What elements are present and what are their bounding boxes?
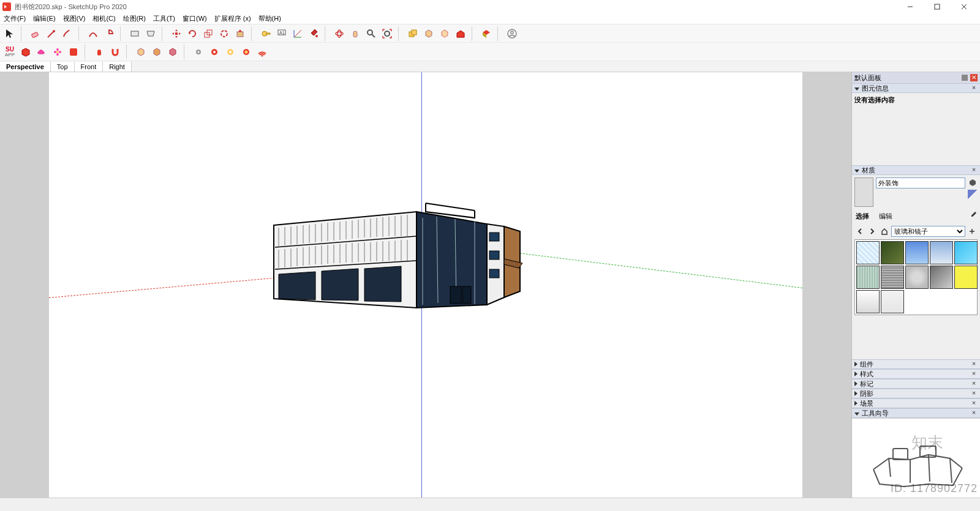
3d-warehouse-icon[interactable]: [453, 26, 468, 41]
text-tool-icon[interactable]: A1: [274, 26, 289, 41]
menu-help[interactable]: 帮助(H): [257, 14, 282, 23]
extension-warehouse-icon[interactable]: [479, 26, 494, 41]
materials-eyedropper-icon[interactable]: [969, 211, 978, 223]
make-group-icon[interactable]: [405, 26, 420, 41]
panel-styles-close-icon[interactable]: ×: [970, 370, 978, 378]
panel-scenes-close-icon[interactable]: ×: [970, 400, 978, 407]
menu-edit[interactable]: 编辑(E): [32, 14, 57, 23]
panel-entity-info-header[interactable]: 图元信息 ×: [852, 83, 980, 93]
arc-tool-icon[interactable]: [86, 26, 100, 41]
materials-home-icon[interactable]: [879, 226, 890, 237]
menu-window[interactable]: 窗口(W): [181, 14, 208, 23]
panel-scenes-header[interactable]: 场景×: [852, 398, 980, 408]
rectangle-tool-icon[interactable]: [127, 26, 142, 41]
scene-tab-right[interactable]: Right: [103, 62, 132, 72]
materials-tab-edit[interactable]: 编辑: [878, 211, 894, 223]
plugin-donut-icon[interactable]: [223, 45, 238, 59]
plugin-cube-c-icon[interactable]: [165, 45, 180, 59]
plugin-package-icon[interactable]: [18, 45, 33, 59]
menu-draw[interactable]: 绘图(R): [122, 14, 147, 23]
material-swatch[interactable]: [930, 266, 953, 289]
plugin-flower-icon[interactable]: [50, 45, 65, 59]
panel-instructor-close-icon[interactable]: ×: [970, 409, 978, 417]
window-close-button[interactable]: [951, 0, 978, 13]
scale-tool-icon[interactable]: [201, 26, 216, 41]
plugin-hand-icon[interactable]: [92, 45, 107, 59]
scene-tab-perspective[interactable]: Perspective: [0, 62, 51, 72]
panel-entity-info-close-icon[interactable]: ×: [970, 84, 978, 92]
tray-close-icon[interactable]: ✕: [970, 74, 978, 81]
viewport-canvas[interactable]: [49, 72, 802, 498]
menu-camera[interactable]: 相机(C): [91, 14, 116, 23]
scene-tab-top[interactable]: Top: [51, 62, 75, 72]
material-swatch[interactable]: [881, 290, 904, 313]
material-swatch[interactable]: [905, 266, 929, 289]
materials-library-select[interactable]: 玻璃和镜子: [891, 226, 965, 237]
materials-details-icon[interactable]: [967, 226, 978, 237]
material-swatch[interactable]: [856, 266, 880, 289]
make-component-icon[interactable]: [421, 26, 436, 41]
material-swatch[interactable]: [856, 290, 880, 313]
material-swatch[interactable]: [930, 241, 953, 264]
zoom-tool-icon[interactable]: [364, 26, 379, 41]
material-swatch[interactable]: [856, 241, 880, 264]
material-preview-swatch[interactable]: [854, 177, 873, 207]
panel-styles-header[interactable]: 样式×: [852, 369, 980, 379]
menu-file[interactable]: 文件(F): [2, 14, 27, 23]
eraser-tool-icon[interactable]: [28, 26, 43, 41]
tray-pushpin-icon[interactable]: [962, 75, 968, 81]
materials-nav-back-icon[interactable]: [854, 226, 865, 237]
menu-view[interactable]: 视图(V): [62, 14, 87, 23]
materials-nav-forward-icon[interactable]: [867, 226, 878, 237]
plugin-wifi-icon[interactable]: [255, 45, 270, 59]
material-swatch[interactable]: [881, 241, 904, 264]
panel-components-header[interactable]: 组件×: [852, 359, 980, 369]
3d-viewport[interactable]: [0, 72, 851, 498]
material-create-icon[interactable]: [968, 177, 978, 187]
menu-extensions[interactable]: 扩展程序 (x): [213, 14, 252, 23]
material-default-colors-icon[interactable]: [968, 190, 978, 200]
panel-tags-close-icon[interactable]: ×: [970, 380, 978, 387]
panel-instructor-header[interactable]: 工具向导×: [852, 408, 980, 418]
material-swatch[interactable]: [954, 241, 978, 264]
plugin-redgear-icon[interactable]: [207, 45, 222, 59]
circle-tool-icon[interactable]: [143, 26, 158, 41]
move-tool-icon[interactable]: [169, 26, 184, 41]
plugin-red-donut-icon[interactable]: [239, 45, 254, 59]
plugin-redbox-icon[interactable]: [66, 45, 81, 59]
panel-materials-close-icon[interactable]: ×: [970, 166, 978, 174]
materials-tab-select[interactable]: 选择: [854, 211, 870, 223]
plugin-cloud-icon[interactable]: [34, 45, 49, 59]
plugin-magnet-icon[interactable]: [108, 45, 123, 59]
line-tool-icon[interactable]: [44, 26, 59, 41]
freehand-tool-icon[interactable]: [60, 26, 75, 41]
zoom-extents-tool-icon[interactable]: [380, 26, 394, 41]
scene-tab-front[interactable]: Front: [75, 62, 104, 72]
tape-tool-icon[interactable]: [258, 26, 273, 41]
panel-tags-header[interactable]: 标记×: [852, 379, 980, 389]
orbit-tool-icon[interactable]: [332, 26, 347, 41]
material-swatch[interactable]: [905, 241, 929, 264]
window-maximize-button[interactable]: [924, 0, 951, 13]
pie-tool-icon[interactable]: [102, 26, 116, 41]
panel-shadows-header[interactable]: 阴影×: [852, 389, 980, 398]
axes-tool-icon[interactable]: [290, 26, 305, 41]
paint-bucket-tool-icon[interactable]: [306, 26, 321, 41]
pushpull-tool-icon[interactable]: [233, 26, 247, 41]
panel-shadows-close-icon[interactable]: ×: [970, 390, 978, 397]
user-account-icon[interactable]: [505, 26, 519, 41]
plugin-gear-cloud-icon[interactable]: [191, 45, 206, 59]
menu-tools[interactable]: 工具(T): [152, 14, 176, 23]
plugin-cube-a-icon[interactable]: [134, 45, 148, 59]
rotate-tool-icon[interactable]: [185, 26, 200, 41]
plugin-cube-b-icon[interactable]: [149, 45, 164, 59]
explode-icon[interactable]: [437, 26, 452, 41]
tray-title-bar[interactable]: 默认面板 ✕: [852, 72, 980, 83]
suapp-plugin-icon[interactable]: SUAPP: [2, 45, 17, 59]
material-swatch[interactable]: [881, 266, 904, 289]
pan-tool-icon[interactable]: [348, 26, 363, 41]
panel-materials-header[interactable]: 材质 ×: [852, 165, 980, 175]
rotate-copy-tool-icon[interactable]: [217, 26, 232, 41]
material-name-input[interactable]: [876, 177, 965, 188]
select-tool-icon[interactable]: [2, 26, 17, 41]
